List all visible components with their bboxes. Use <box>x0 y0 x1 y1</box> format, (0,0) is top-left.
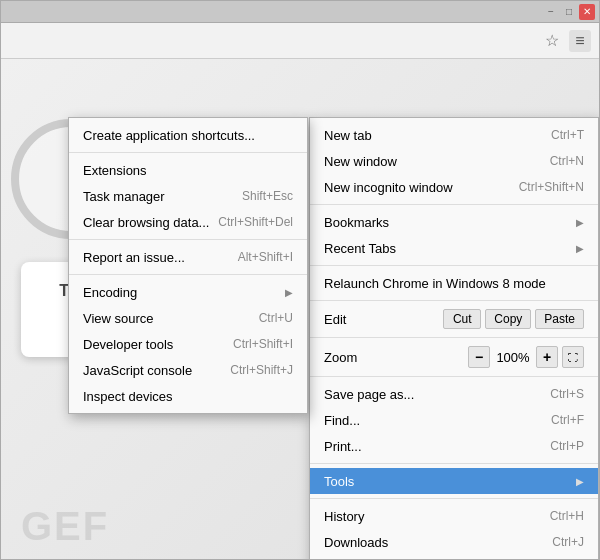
submenu-item-developer-tools[interactable]: Developer tools Ctrl+Shift+I <box>69 331 307 357</box>
zoom-value: 100% <box>494 350 532 365</box>
menu-item-find[interactable]: Find... Ctrl+F <box>310 407 598 433</box>
menu-section-edit: Edit Cut Copy Paste <box>310 301 598 338</box>
edit-row: Edit Cut Copy Paste <box>310 305 598 333</box>
maximize-button[interactable]: □ <box>561 4 577 20</box>
close-button[interactable]: ✕ <box>579 4 595 20</box>
submenu-section-4: Encoding ▶ View source Ctrl+U Developer … <box>69 275 307 413</box>
chrome-menu-icon[interactable]: ≡ <box>569 30 591 52</box>
main-dropdown-menu: New tab Ctrl+T New window Ctrl+N New inc… <box>309 117 599 559</box>
menu-section-save: Save page as... Ctrl+S Find... Ctrl+F Pr… <box>310 377 598 464</box>
page-content: Trust Rating 92% GEF Create application … <box>1 59 599 559</box>
menu-section-history: History Ctrl+H Downloads Ctrl+J <box>310 499 598 559</box>
browser-window: − □ ✕ ☆ ≡ Trust Rating 92% GEF Create ap… <box>0 0 600 560</box>
menu-section-bookmarks: Bookmarks ▶ Recent Tabs ▶ <box>310 205 598 266</box>
menu-section-relaunch: Relaunch Chrome in Windows 8 mode <box>310 266 598 301</box>
menu-item-history[interactable]: History Ctrl+H <box>310 503 598 529</box>
menu-item-new-window[interactable]: New window Ctrl+N <box>310 148 598 174</box>
title-bar: − □ ✕ <box>1 1 599 23</box>
submenu-item-encoding[interactable]: Encoding ▶ <box>69 279 307 305</box>
menu-section-zoom: Zoom − 100% + ⛶ <box>310 338 598 377</box>
submenu-item-extensions[interactable]: Extensions <box>69 157 307 183</box>
menu-item-recent-tabs[interactable]: Recent Tabs ▶ <box>310 235 598 261</box>
menu-item-print[interactable]: Print... Ctrl+P <box>310 433 598 459</box>
menu-section-new: New tab Ctrl+T New window Ctrl+N New inc… <box>310 118 598 205</box>
submenu-section-3: Report an issue... Alt+Shift+I <box>69 240 307 275</box>
tools-submenu: Create application shortcuts... Extensio… <box>68 117 308 414</box>
submenu-section-2: Extensions Task manager Shift+Esc Clear … <box>69 153 307 240</box>
bookmark-icon[interactable]: ☆ <box>541 30 563 52</box>
menu-item-tools[interactable]: Tools ▶ <box>310 468 598 494</box>
browser-toolbar: ☆ ≡ <box>1 23 599 59</box>
submenu-item-create-shortcuts[interactable]: Create application shortcuts... <box>69 122 307 148</box>
edit-label: Edit <box>324 312 439 327</box>
minimize-button[interactable]: − <box>543 4 559 20</box>
paste-button[interactable]: Paste <box>535 309 584 329</box>
zoom-plus-button[interactable]: + <box>536 346 558 368</box>
submenu-item-view-source[interactable]: View source Ctrl+U <box>69 305 307 331</box>
menu-item-incognito[interactable]: New incognito window Ctrl+Shift+N <box>310 174 598 200</box>
zoom-minus-button[interactable]: − <box>468 346 490 368</box>
menu-item-save[interactable]: Save page as... Ctrl+S <box>310 381 598 407</box>
menu-item-bookmarks[interactable]: Bookmarks ▶ <box>310 209 598 235</box>
menu-item-downloads[interactable]: Downloads Ctrl+J <box>310 529 598 555</box>
cut-button[interactable]: Cut <box>443 309 481 329</box>
submenu-section-1: Create application shortcuts... <box>69 118 307 153</box>
submenu-item-task-manager[interactable]: Task manager Shift+Esc <box>69 183 307 209</box>
zoom-row: Zoom − 100% + ⛶ <box>310 342 598 372</box>
copy-button[interactable]: Copy <box>485 309 531 329</box>
menu-section-tools: Tools ▶ <box>310 464 598 499</box>
zoom-label: Zoom <box>324 350 464 365</box>
submenu-item-clear-browsing[interactable]: Clear browsing data... Ctrl+Shift+Del <box>69 209 307 235</box>
submenu-item-inspect-devices[interactable]: Inspect devices <box>69 383 307 409</box>
menu-item-relaunch[interactable]: Relaunch Chrome in Windows 8 mode <box>310 270 598 296</box>
zoom-fullscreen-button[interactable]: ⛶ <box>562 346 584 368</box>
submenu-item-js-console[interactable]: JavaScript console Ctrl+Shift+J <box>69 357 307 383</box>
submenu-item-report-issue[interactable]: Report an issue... Alt+Shift+I <box>69 244 307 270</box>
menu-item-new-tab[interactable]: New tab Ctrl+T <box>310 122 598 148</box>
